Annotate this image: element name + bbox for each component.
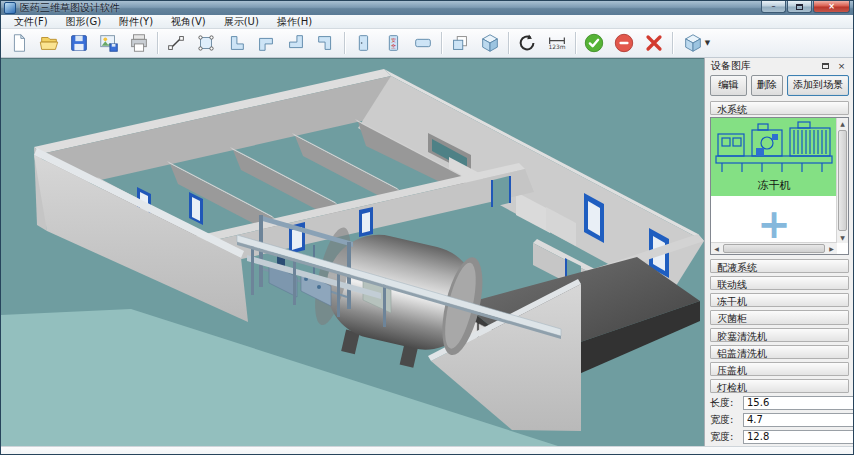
gallery-add-item[interactable]: + xyxy=(711,196,837,243)
viewport-3d[interactable] xyxy=(1,58,704,446)
toolbar-separator xyxy=(157,32,158,54)
category-linkage-line[interactable]: 联动线 xyxy=(710,276,849,290)
toolbar: 安全 123m ▼ xyxy=(1,29,853,58)
dimension-row-width-2: 宽度: xyxy=(710,430,849,444)
vertical-scroll-thumb[interactable] xyxy=(838,130,847,231)
corner-wall-1-icon xyxy=(225,32,247,54)
delete-button[interactable] xyxy=(639,29,669,58)
chevron-down-icon: ▼ xyxy=(705,39,710,47)
remove-button[interactable] xyxy=(609,29,639,58)
category-stopper-washer[interactable]: 胶塞清洗机 xyxy=(710,328,849,342)
menu-graphics[interactable]: 图形(G) xyxy=(57,15,111,28)
view-cube-icon xyxy=(682,32,704,54)
toolbar-separator xyxy=(575,32,576,54)
door-tool-button[interactable] xyxy=(348,29,378,58)
corner-wall-3-button[interactable] xyxy=(281,29,311,58)
safety-door-tool-icon: 安全 xyxy=(382,32,404,54)
view-2d-icon xyxy=(449,32,471,54)
view-cube-dropdown-button[interactable]: ▼ xyxy=(676,29,716,58)
menu-file[interactable]: 文件(F) xyxy=(5,15,57,28)
corner-wall-1-button[interactable] xyxy=(221,29,251,58)
width-label-2: 宽度: xyxy=(710,430,743,444)
category-liquid-preparation[interactable]: 配液系统 xyxy=(710,259,849,273)
panel-title: 设备图库 xyxy=(711,59,817,73)
toolbar-separator xyxy=(508,32,509,54)
category-cap-washer[interactable]: 铝盖清洗机 xyxy=(710,345,849,359)
app-icon xyxy=(4,2,16,14)
add-to-scene-button[interactable]: 添加到场景 xyxy=(787,75,849,96)
new-file-icon xyxy=(8,32,30,54)
save-icon xyxy=(68,32,90,54)
confirm-button[interactable] xyxy=(579,29,609,58)
close-button[interactable]: × xyxy=(813,1,850,13)
gallery-item-label: 冻干机 xyxy=(758,178,791,193)
panel-close-button[interactable]: × xyxy=(834,59,849,73)
category-sterilizer[interactable]: 灭菌柜 xyxy=(710,310,849,324)
polygon-tool-icon xyxy=(195,32,217,54)
minimize-button[interactable]: – xyxy=(761,1,786,13)
corner-wall-2-button[interactable] xyxy=(251,29,281,58)
menubar: 文件(F) 图形(G) 附件(Y) 视角(V) 展示(U) 操作(H) xyxy=(1,15,853,29)
dimension-row-length: 长度: xyxy=(710,396,849,410)
minimize-icon: – xyxy=(772,2,776,12)
corner-wall-4-icon xyxy=(315,32,337,54)
view-3d-button[interactable] xyxy=(475,29,505,58)
print-icon xyxy=(128,32,150,54)
rotate-view-button[interactable] xyxy=(512,29,542,58)
width-input-1[interactable] xyxy=(743,413,854,427)
menu-attachments[interactable]: 附件(Y) xyxy=(110,15,162,28)
scroll-left-icon[interactable]: ◀ xyxy=(711,243,722,254)
gallery-horizontal-scrollbar[interactable]: ◀ ▶ xyxy=(711,242,837,254)
scroll-down-icon[interactable]: ▼ xyxy=(837,232,848,243)
save-button[interactable] xyxy=(64,29,94,58)
scroll-right-icon[interactable]: ▶ xyxy=(826,243,837,254)
gallery-item-selected[interactable]: 冻干机 xyxy=(711,118,837,196)
open-folder-icon xyxy=(38,32,60,54)
menu-view-angle[interactable]: 视角(V) xyxy=(162,15,215,28)
measure-tool-button[interactable]: 123m xyxy=(542,29,572,58)
panel-button-row: 编辑 删除 添加到场景 xyxy=(710,75,849,96)
view-3d-icon xyxy=(479,32,501,54)
line-tool-icon xyxy=(165,32,187,54)
width-input-2[interactable] xyxy=(743,430,854,444)
equipment-gallery-list: 冻干机 + ▲ ▼ ◀ ▶ xyxy=(710,117,849,255)
open-folder-button[interactable] xyxy=(34,29,64,58)
horizontal-scroll-thumb[interactable] xyxy=(723,244,825,253)
new-file-button[interactable] xyxy=(4,29,34,58)
width-label-1: 宽度: xyxy=(710,413,743,427)
plus-icon: + xyxy=(757,204,791,243)
titlebar[interactable]: 医药三维草图设计软件 – × xyxy=(1,1,853,15)
category-capping-machine[interactable]: 压盖机 xyxy=(710,362,849,376)
maximize-icon xyxy=(796,4,803,10)
line-tool-button[interactable] xyxy=(161,29,191,58)
edit-button[interactable]: 编辑 xyxy=(710,75,747,96)
viewport-3d-scene xyxy=(1,59,704,446)
gallery-vertical-scrollbar[interactable]: ▲ ▼ xyxy=(836,118,848,243)
export-image-button[interactable] xyxy=(94,29,124,58)
view-2d-button[interactable] xyxy=(445,29,475,58)
window-tool-button[interactable] xyxy=(408,29,438,58)
category-light-inspector[interactable]: 灯检机 xyxy=(710,379,849,393)
main-area: 设备图库 × 编辑 删除 添加到场景 水系统 xyxy=(1,58,853,446)
print-button[interactable] xyxy=(124,29,154,58)
delete-button-panel[interactable]: 删除 xyxy=(751,75,783,96)
corner-wall-4-button[interactable] xyxy=(311,29,341,58)
float-icon xyxy=(822,63,829,69)
window-controls: – × xyxy=(760,1,850,13)
safety-door-tool-button[interactable]: 安全 xyxy=(378,29,408,58)
maximize-button[interactable] xyxy=(787,1,812,13)
menu-operation[interactable]: 操作(H) xyxy=(268,15,321,28)
category-freeze-dryer[interactable]: 冻干机 xyxy=(710,293,849,307)
door-blue xyxy=(359,207,373,237)
menu-display[interactable]: 展示(U) xyxy=(215,15,268,28)
export-image-icon xyxy=(98,32,120,54)
category-water-system[interactable]: 水系统 xyxy=(710,101,849,115)
panel-caption: 设备图库 × xyxy=(709,58,850,73)
toolbar-separator xyxy=(441,32,442,54)
polygon-tool-button[interactable] xyxy=(191,29,221,58)
scroll-up-icon[interactable]: ▲ xyxy=(837,118,848,129)
app-window: 医药三维草图设计软件 – × 文件(F) 图形(G) 附件(Y) 视角(V) 展… xyxy=(0,0,854,455)
length-input[interactable] xyxy=(743,396,854,410)
corner-wall-2-icon xyxy=(255,32,277,54)
panel-float-button[interactable] xyxy=(818,59,833,73)
